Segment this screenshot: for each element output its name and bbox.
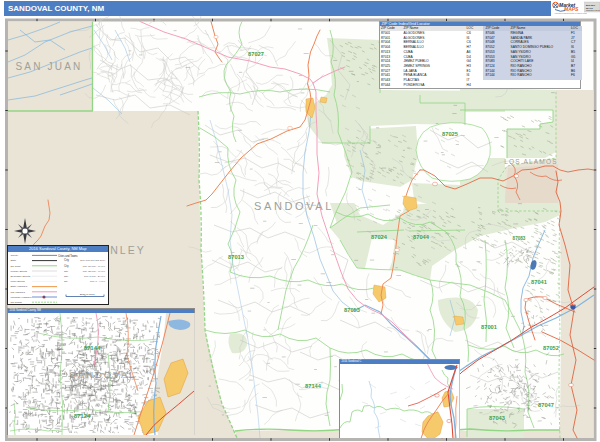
svg-text:SAN JUAN: SAN JUAN: [15, 61, 82, 72]
svg-text:87144: 87144: [305, 383, 322, 389]
svg-text:87144: 87144: [84, 345, 101, 351]
svg-text:87013: 87013: [228, 254, 244, 260]
svg-text:LOS ALAMOS: LOS ALAMOS: [504, 158, 558, 165]
svg-text:Over 100,000 and Over: Over 100,000 and Over: [80, 259, 105, 262]
svg-text:87024: 87024: [371, 234, 388, 240]
svg-text:Secondary Streets: Secondary Streets: [11, 275, 31, 278]
svg-text:Interstate Highways: Interstate Highways: [11, 295, 33, 298]
svg-text:US Highways: US Highways: [11, 290, 26, 293]
svg-text:SANDOVAL: SANDOVAL: [69, 369, 136, 380]
svg-text:America's Leading Provider of: America's Leading Provider of Market Map…: [554, 12, 587, 14]
svg-text:87041: 87041: [531, 279, 547, 285]
svg-text:87083: 87083: [513, 236, 526, 241]
svg-text:Primary Streets: Primary Streets: [11, 269, 28, 272]
svg-text:City: City: [64, 269, 69, 272]
svg-text:Cities and Towns: Cities and Towns: [58, 253, 78, 257]
svg-text:City: City: [64, 280, 69, 282]
svg-text:87124: 87124: [74, 413, 91, 419]
svg-text:County: County: [11, 254, 19, 257]
svg-text:Toll Roads: Toll Roads: [11, 301, 23, 304]
svg-text:Pop. 5,000 - 24,999: Pop. 5,000 - 24,999: [84, 275, 106, 278]
svg-text:City: City: [64, 263, 69, 267]
svg-text:Scale in Miles: Scale in Miles: [80, 292, 96, 295]
svg-text:87025: 87025: [442, 131, 458, 137]
svg-text:City: City: [64, 258, 69, 262]
svg-text:SANDOVAL: SANDOVAL: [254, 200, 334, 212]
svg-text:87052: 87052: [543, 345, 559, 351]
svg-text:87053: 87053: [344, 307, 360, 313]
svg-text:87001: 87001: [481, 324, 497, 330]
svg-text:Pop. 25,000 - 49,999: Pop. 25,000 - 49,999: [83, 269, 106, 272]
svg-text:State: State: [11, 259, 17, 262]
svg-text:ZIP Code: ZIP Code: [11, 264, 22, 267]
svg-text:State Highways: State Highways: [11, 285, 28, 288]
svg-text:87043: 87043: [489, 415, 505, 421]
svg-text:Pop. 50,000 - 99,999: Pop. 50,000 - 99,999: [83, 264, 106, 267]
svg-text:Minor Streets: Minor Streets: [11, 280, 26, 283]
svg-text:City: City: [64, 275, 69, 278]
svg-text:87044: 87044: [413, 234, 430, 240]
svg-text:Pop. 0 - 4,999: Pop. 0 - 4,999: [90, 280, 106, 283]
svg-text:87027: 87027: [248, 51, 264, 57]
svg-text:MarketMAPS.com: MarketMAPS.com: [586, 9, 600, 11]
svg-text:87047: 87047: [538, 402, 554, 408]
